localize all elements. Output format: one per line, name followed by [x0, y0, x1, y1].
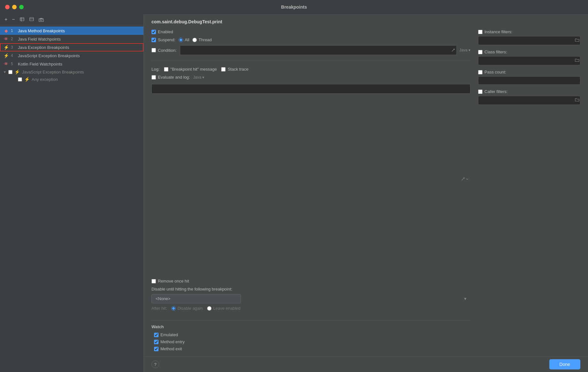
stack-trace-checkbox[interactable]: [221, 67, 226, 72]
class-filter-input[interactable]: [478, 56, 580, 65]
caller-filter-row: Caller filters:: [478, 89, 580, 94]
maximize-button[interactable]: [19, 5, 24, 9]
eval-checkbox[interactable]: [151, 75, 156, 80]
breakpoint-hit-label[interactable]: "Breakpoint hit" message: [164, 67, 217, 72]
suspend-all-radio[interactable]: [179, 38, 183, 42]
window-controls: [5, 5, 24, 9]
right-panel: com.saint.debug.DebugTest.print Enabled …: [144, 14, 588, 372]
disable-select[interactable]: <None>: [151, 294, 241, 303]
sub-group-label: JavaScript Exception Breakpoints: [22, 70, 84, 74]
leave-enabled-label[interactable]: Leave enabled: [207, 306, 240, 311]
watch-method-entry-label[interactable]: Method entry: [154, 339, 470, 344]
class-filter-section: Class filters:: [478, 50, 580, 65]
suspend-checkbox-label[interactable]: Suspend:: [151, 37, 175, 42]
suspend-row: Suspend: All Thread: [151, 37, 470, 42]
remove-button[interactable]: −: [11, 16, 16, 23]
instance-filter-checkbox[interactable]: [478, 30, 483, 34]
disable-again-label[interactable]: Disable again: [171, 306, 203, 311]
condition-checkbox-label[interactable]: Condition:: [151, 48, 177, 53]
eval-checkbox-label[interactable]: Evaluate and log:: [151, 75, 190, 80]
minimize-button[interactable]: [12, 5, 17, 9]
caller-filter-label[interactable]: Caller filters:: [478, 89, 507, 94]
select-arrow-icon: ▼: [463, 297, 467, 301]
stack-trace-label[interactable]: Stack trace: [221, 67, 248, 72]
add-button[interactable]: +: [3, 16, 9, 23]
sub-child-item[interactable]: ⚡ Any exception: [0, 76, 143, 83]
import-button[interactable]: [28, 16, 35, 23]
watch-method-exit-label[interactable]: Method exit: [154, 346, 470, 351]
condition-checkbox[interactable]: [151, 48, 156, 52]
item-label-4: JavaScript Exception Breakpoints: [18, 53, 80, 58]
condition-java-badge[interactable]: Java ▾: [459, 48, 470, 52]
sub-child-checkbox[interactable]: [18, 77, 22, 81]
disable-again-radio[interactable]: [171, 306, 176, 311]
instance-filter-input[interactable]: [478, 36, 580, 45]
remove-once-hit-checkbox[interactable]: [151, 279, 156, 283]
tree-item-1[interactable]: ◆ 1 Java Method Breakpoints: [0, 27, 143, 35]
tree-item-2[interactable]: 👁 2 Java Field Watchpoints: [0, 35, 143, 43]
suspend-thread-label[interactable]: Thread: [192, 37, 212, 42]
suspend-all-label[interactable]: All: [179, 37, 189, 42]
item-num-5: 5: [11, 62, 16, 66]
camera-button[interactable]: [37, 16, 45, 23]
disable-again-text: Disable again: [177, 306, 203, 311]
caller-filter-checkbox[interactable]: [478, 89, 483, 94]
pass-count-checkbox[interactable]: [478, 70, 483, 74]
sub-child-label: Any exception: [32, 77, 58, 82]
disable-until-label: Disable until hitting the following brea…: [151, 287, 470, 291]
eval-java-badge[interactable]: Java ▾: [193, 75, 204, 80]
class-filter-label[interactable]: Class filters:: [478, 50, 507, 54]
eval-expand-btn[interactable]: [460, 176, 470, 182]
svg-rect-0: [20, 18, 24, 21]
suspend-checkbox[interactable]: [151, 38, 156, 42]
bp-class-header: com.saint.debug.DebugTest.print: [144, 14, 588, 27]
watch-emulated-label[interactable]: Emulated: [154, 332, 470, 337]
after-hit-row: After hit: Disable again Leave enabled: [151, 306, 470, 311]
caller-filter-text: Caller filters:: [484, 89, 507, 94]
eval-input[interactable]: [151, 84, 470, 94]
watch-method-entry-checkbox[interactable]: [154, 340, 159, 344]
condition-input[interactable]: [180, 45, 457, 55]
item-num-2: 2: [11, 37, 16, 41]
chevron-icon: ▼: [3, 70, 6, 74]
tree-item-4[interactable]: ⚡ 4 JavaScript Exception Breakpoints: [0, 51, 143, 60]
instance-filter-label[interactable]: Instance filters:: [478, 29, 512, 34]
leave-enabled-radio[interactable]: [207, 306, 212, 311]
help-button[interactable]: ?: [151, 360, 159, 368]
class-filter-checkbox[interactable]: [478, 50, 483, 54]
breakpoint-hit-checkbox[interactable]: [164, 67, 168, 72]
pass-count-input[interactable]: [478, 76, 580, 85]
enabled-checkbox-label[interactable]: Enabled: [151, 29, 173, 34]
close-button[interactable]: [5, 5, 10, 9]
leave-enabled-text: Leave enabled: [213, 306, 240, 311]
pass-count-row: Pass count:: [478, 70, 580, 74]
condition-expand-btn[interactable]: [450, 47, 456, 53]
caller-filter-input[interactable]: [478, 96, 580, 105]
toolbar: + −: [0, 14, 143, 25]
bp-filters: Instance filters: C: [478, 29, 580, 351]
condition-row: Condition: Java ▾: [151, 45, 470, 55]
remove-once-hit-text: Remove once hit: [158, 279, 189, 283]
caller-folder-btn[interactable]: [575, 98, 579, 103]
remove-once-hit-label[interactable]: Remove once hit: [151, 279, 189, 283]
suspend-thread-radio[interactable]: [192, 38, 197, 42]
svg-rect-3: [30, 18, 34, 21]
enabled-checkbox[interactable]: [151, 30, 156, 34]
instance-folder-btn[interactable]: [575, 38, 579, 43]
tree-item-3[interactable]: ⚡ 3 Java Exception Breakpoints: [0, 43, 143, 51]
pass-count-label[interactable]: Pass count:: [478, 70, 506, 74]
done-button[interactable]: Done: [549, 359, 580, 369]
enabled-row: Enabled: [151, 29, 470, 34]
left-panel: + − ◆ 1 Java Method Breakpoints 👁 2: [0, 14, 144, 372]
item-label-1: Java Method Breakpoints: [18, 28, 65, 33]
main-layout: + − ◆ 1 Java Method Breakpoints 👁 2: [0, 14, 588, 372]
watch-method-exit-checkbox[interactable]: [154, 347, 159, 351]
tree-item-5[interactable]: 👁 5 Kotlin Field Watchpoints: [0, 60, 143, 68]
class-folder-btn[interactable]: [575, 58, 579, 63]
export-button[interactable]: [18, 16, 26, 23]
sub-group[interactable]: ▼ ⚡ JavaScript Exception Breakpoints: [0, 68, 143, 76]
sub-group-checkbox[interactable]: [8, 70, 12, 74]
watch-emulated-checkbox[interactable]: [154, 333, 159, 337]
breakpoint-hit-text: "Breakpoint hit" message: [170, 67, 217, 72]
class-filter-input-wrap: [478, 56, 580, 65]
